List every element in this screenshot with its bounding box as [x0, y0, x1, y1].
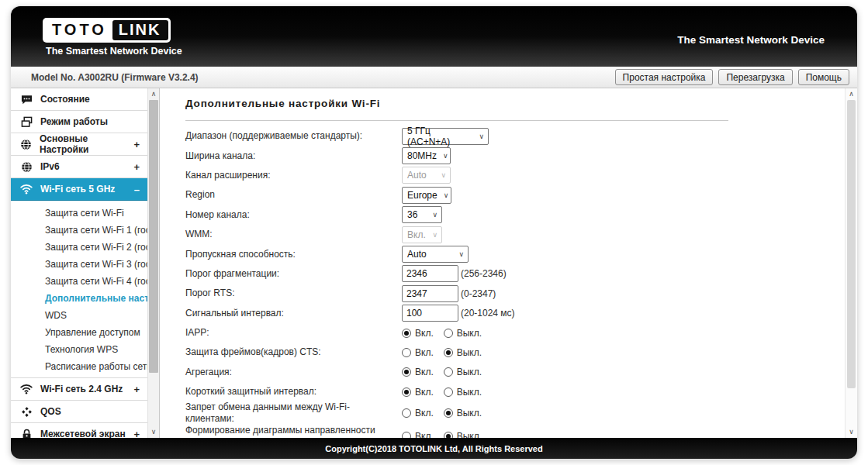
extension-channel-select: Auto ∨ [402, 167, 451, 184]
radio-label: Вкл. [415, 387, 434, 398]
radio-group: Вкл. Выкл. [402, 408, 482, 418]
range-hint: (0-2347) [461, 288, 496, 299]
sidebar-item-label: QOS [40, 406, 61, 417]
sidebar-item-ipv6[interactable]: IPv6 + [11, 156, 147, 178]
sidebar-item-label: Wi-Fi сеть 5 GHz [40, 184, 115, 195]
subitem-wds[interactable]: WDS [11, 307, 147, 324]
reboot-button[interactable]: Перезагрузка [718, 69, 792, 85]
select-value: Вкл. [407, 229, 426, 240]
radio-group: Вкл. Выкл. [402, 387, 482, 398]
sidebar-item-label: Режим работы [40, 116, 108, 127]
help-button[interactable]: Помощь [798, 69, 849, 85]
form-row-channel-width: Ширина канала: 80MHz ∨ [185, 146, 845, 165]
chevron-down-icon: ∨ [444, 191, 449, 199]
subitem-wifi-security-guest2[interactable]: Защита сети Wi-Fi 2 (гостевая) [11, 239, 147, 256]
form-row-client-isolation: Запрет обмена данными между Wi-Fi-клиент… [185, 401, 845, 425]
collapse-minus-icon: – [134, 184, 140, 195]
main-scrollbar[interactable]: ∧ ∨ [845, 88, 857, 438]
sidebar-item-qos[interactable]: QOS [11, 401, 147, 423]
sidebar-item-wifi-5ghz[interactable]: Wi-Fi сеть 5 GHz – [11, 178, 147, 201]
beamforming-on-radio[interactable] [402, 432, 411, 438]
subitem-wifi-security-guest4[interactable]: Защита сети Wi-Fi 4 (гостевая) [11, 273, 147, 290]
globe-icon [20, 139, 32, 150]
field-label: Region [185, 189, 402, 201]
main-content: Дополнительные настройки Wi-Fi Диапазон … [160, 88, 845, 438]
qos-diamonds-icon [20, 406, 33, 418]
form-row-channel-number: Номер канала: 36 ∨ [185, 205, 845, 225]
form-row-short-gi: Короткий защитный интервал: Вкл. Выкл. [185, 382, 845, 401]
field-label: Агрегация: [185, 367, 402, 378]
form-row-aggregation: Агрегация: Вкл. Выкл. [185, 363, 845, 382]
subitem-wps[interactable]: Технология WPS [11, 341, 147, 358]
subitem-advanced-settings[interactable]: Дополнительные настройки [11, 290, 147, 307]
wifi-icon [20, 184, 33, 195]
totolink-logo: TOTO LINK [43, 18, 171, 43]
scroll-up-icon[interactable]: ∧ [846, 88, 857, 100]
aggregation-off-radio[interactable] [444, 367, 453, 377]
channel-width-select[interactable]: 80MHz ∨ [402, 147, 451, 164]
subitem-access-control[interactable]: Управление доступом [11, 324, 147, 341]
expand-plus-icon: + [133, 139, 140, 150]
sidebar-scrollbar-thumb[interactable] [149, 100, 158, 373]
form-row-beacon-interval: Сигнальный интервал: (20-1024 мс) [185, 304, 845, 323]
globe-icon [20, 161, 33, 173]
radio-label: Выкл. [457, 328, 482, 339]
copyright-text: Copyright(C)2018 TOTOLINK Ltd, All Right… [325, 444, 542, 453]
isolation-on-radio[interactable] [402, 408, 411, 418]
field-label: Ширина канала: [185, 150, 402, 162]
subitem-wifi-schedule[interactable]: Расписание работы сети Wi-Fi [11, 358, 147, 375]
field-label: Запрет обмена данными между Wi-Fi-клиент… [185, 401, 402, 425]
toolbar-buttons: Простая настройка Перезагрузка Помощь [615, 69, 849, 85]
radio-label: Выкл. [457, 367, 482, 377]
chevron-down-icon: ∨ [479, 133, 484, 140]
radio-label: Вкл. [415, 347, 434, 358]
iapp-on-radio[interactable] [402, 329, 411, 338]
form-row-rts: Порог RTS: (0-2347) [185, 284, 845, 303]
select-value: Auto [407, 249, 427, 260]
header: TOTO LINK The Smartest Network Device Th… [11, 6, 857, 67]
select-value: 36 [407, 209, 417, 220]
subitem-wifi-security-guest1[interactable]: Защита сети Wi-Fi 1 (гостевая) [11, 222, 147, 239]
band-select[interactable]: 5 ГГц (AC+N+A) ∨ [402, 128, 489, 145]
radio-group: Вкл. Выкл. [402, 431, 482, 438]
sidebar-item-wifi-24ghz[interactable]: Wi-Fi сеть 2.4 GHz + [11, 378, 147, 401]
channel-number-select[interactable]: 36 ∨ [402, 206, 442, 223]
subitem-wifi-security[interactable]: Защита сети Wi-Fi [11, 205, 147, 222]
short-gi-on-radio[interactable] [402, 388, 411, 397]
aggregation-on-radio[interactable] [402, 367, 411, 377]
sidebar-scrollbar[interactable]: ∧ ∨ [147, 88, 160, 438]
wifi-icon [20, 384, 33, 394]
main-scrollbar-thumb[interactable] [847, 100, 856, 388]
wifi-5ghz-submenu: Защита сети Wi-Fi Защита сети Wi-Fi 1 (г… [11, 201, 147, 378]
beacon-interval-input[interactable] [402, 305, 458, 322]
scroll-down-icon[interactable]: ∨ [148, 426, 159, 438]
beamforming-off-radio[interactable] [444, 432, 453, 438]
cts-on-radio[interactable] [402, 348, 411, 357]
short-gi-off-radio[interactable] [444, 388, 453, 397]
sidebar-item-basic-settings[interactable]: Основные Настройки + [11, 133, 147, 156]
bandwidth-select[interactable]: Auto ∨ [402, 246, 469, 263]
radio-group: Вкл. Выкл. [402, 367, 482, 377]
sidebar-item-status[interactable]: Состояние [11, 88, 147, 111]
isolation-off-radio[interactable] [444, 408, 453, 418]
iapp-off-radio[interactable] [444, 329, 453, 338]
brand-logo: TOTO LINK The Smartest Network Device [43, 18, 182, 57]
sidebar-item-firewall[interactable]: Межсетевой экран + [11, 423, 147, 438]
region-select[interactable]: Europe ∨ [402, 187, 451, 204]
wmm-select: Вкл. ∨ [402, 226, 442, 243]
sidebar-item-operation-mode[interactable]: Режим работы [11, 111, 147, 133]
field-label: Пропускная способность: [185, 249, 402, 260]
subitem-wifi-security-guest3[interactable]: Защита сети Wi-Fi 3 (гостевая) [11, 256, 147, 273]
form-row-beamforming: Формирование диаграммы направленности пе… [185, 425, 845, 438]
sidebar-item-label: IPv6 [40, 161, 60, 172]
radio-group: Вкл. Выкл. [402, 347, 482, 358]
field-label: Номер канала: [185, 209, 402, 221]
scroll-up-icon[interactable]: ∧ [148, 88, 159, 100]
cts-off-radio[interactable] [444, 348, 453, 357]
rts-threshold-input[interactable] [402, 285, 458, 302]
expand-plus-icon: + [133, 429, 140, 439]
scroll-down-icon[interactable]: ∨ [846, 426, 857, 438]
fragmentation-threshold-input[interactable] [402, 265, 458, 282]
field-label: Порог RTS: [185, 288, 402, 299]
easy-setup-button[interactable]: Простая настройка [615, 69, 714, 85]
